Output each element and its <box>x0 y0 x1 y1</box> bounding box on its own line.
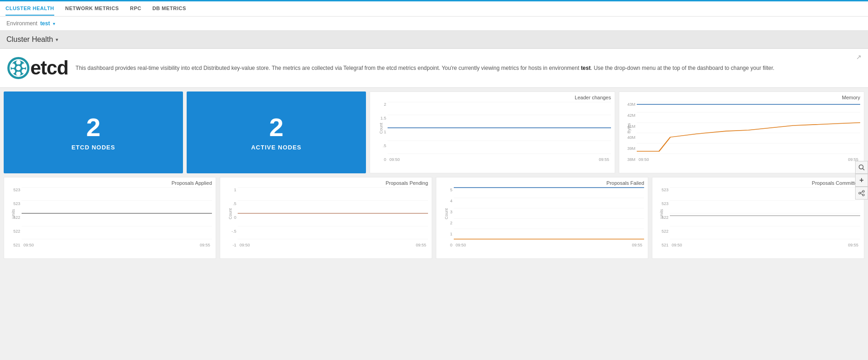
proposals-failed-svg-container <box>454 188 644 239</box>
etcd-nodes-number: 2 <box>86 114 100 140</box>
leader-changes-chart: 2 1.5 1 .5 0 Count <box>374 102 611 162</box>
active-nodes-number: 2 <box>269 114 283 140</box>
svg-line-47 <box>861 192 862 193</box>
svg-point-6 <box>11 69 15 74</box>
proposals-committed-chart: 523 523 522 522 521 Units <box>656 188 860 247</box>
share-button[interactable] <box>855 187 868 200</box>
etcd-logo-icon <box>6 56 30 80</box>
proposals-failed-y-unit: Count <box>444 208 449 219</box>
proposals-applied-chart: 523 523 522 522 521 Units <box>8 188 212 247</box>
nav-rpc[interactable]: RPC <box>130 2 142 16</box>
memory-x-axis: 09:50 09:55 <box>637 157 860 162</box>
svg-point-7 <box>11 63 15 68</box>
svg-point-42 <box>859 165 863 169</box>
memory-svg-container <box>637 102 860 154</box>
environment-label: Environment <box>6 20 37 27</box>
proposals-committed-svg <box>670 188 860 239</box>
leader-changes-svg <box>388 102 611 154</box>
etcd-nodes-label: ETCD NODES <box>71 144 115 151</box>
etcd-logo: etcd <box>6 56 68 80</box>
dashboard-grid: 2 ETCD NODES 2 ACTIVE NODES Leader chang… <box>0 88 868 266</box>
dashboard-row-1: 2 ETCD NODES 2 ACTIVE NODES Leader chang… <box>4 91 864 173</box>
section-caret-icon[interactable]: ▾ <box>56 37 58 43</box>
description-text: This dashboard provides real-time visibi… <box>75 64 862 72</box>
etcd-text: etcd <box>30 57 68 79</box>
search-icon <box>858 164 865 171</box>
section-header: Cluster Health ▾ <box>0 31 868 49</box>
memory-chart: 43M 42M 41M 40M 39M 38M Bytes <box>623 102 860 162</box>
add-button[interactable]: + <box>855 174 868 187</box>
svg-point-5 <box>16 71 21 76</box>
proposals-applied-panel: Proposals Applied 523 523 522 522 521 Un… <box>4 177 216 259</box>
search-button[interactable] <box>855 161 868 174</box>
proposals-failed-panel: Proposals Failed 5 4 3 2 1 0 Count <box>436 177 648 259</box>
proposals-failed-svg <box>454 188 644 239</box>
svg-point-2 <box>16 60 21 65</box>
environment-caret-icon[interactable]: ▾ <box>53 21 55 26</box>
leader-changes-svg-container <box>388 102 611 154</box>
memory-panel: Memory 43M 42M 41M 40M 39M 38M Bytes <box>619 91 864 173</box>
proposals-pending-title: Proposals Pending <box>224 180 428 186</box>
leader-changes-title: Leader changes <box>374 95 611 100</box>
proposals-committed-svg-container <box>670 188 860 239</box>
proposals-pending-y-unit: Count <box>228 208 233 219</box>
share-icon <box>858 190 865 196</box>
proposals-pending-chart: 1 .5 0 -.5 -1 Count <box>224 188 428 247</box>
leader-changes-y-unit: Count <box>379 123 383 134</box>
add-icon: + <box>859 176 863 184</box>
proposals-pending-panel: Proposals Pending 1 .5 0 -.5 -1 Count <box>220 177 432 259</box>
top-nav: CLUSTER HEALTH NETWORK METRICS RPC DB ME… <box>0 0 868 17</box>
proposals-failed-title: Proposals Failed <box>440 180 644 186</box>
svg-point-44 <box>862 190 864 192</box>
proposals-applied-title: Proposals Applied <box>8 180 212 186</box>
dashboard-row-2: Proposals Applied 523 523 522 522 521 Un… <box>4 177 864 259</box>
active-nodes-label: ACTIVE NODES <box>251 144 302 151</box>
svg-line-48 <box>861 194 862 194</box>
leader-changes-panel: Leader changes 2 1.5 1 .5 0 Count <box>370 91 615 173</box>
proposals-pending-x-axis: 09:50 09:55 <box>238 243 428 247</box>
active-nodes-card: 2 ACTIVE NODES <box>187 91 366 173</box>
description-panel: etcd This dashboard provides real-time v… <box>0 49 868 88</box>
svg-point-4 <box>22 69 26 74</box>
section-title: Cluster Health <box>6 35 53 44</box>
right-buttons-panel: + <box>855 161 868 200</box>
svg-point-9 <box>16 66 21 70</box>
proposals-failed-chart: 5 4 3 2 1 0 Count <box>440 188 644 247</box>
svg-line-43 <box>863 168 865 170</box>
nav-network-metrics[interactable]: NETWORK METRICS <box>65 2 119 16</box>
proposals-committed-panel: Proposals Committed 523 523 522 522 521 … <box>652 177 864 259</box>
proposals-committed-y-unit: Units <box>659 209 664 219</box>
svg-point-3 <box>22 63 26 68</box>
proposals-applied-svg <box>22 188 212 239</box>
memory-svg <box>637 102 860 154</box>
proposals-pending-svg-container <box>238 188 428 239</box>
proposals-applied-x-axis: 09:50 09:55 <box>22 243 212 247</box>
etcd-nodes-card: 2 ETCD NODES <box>4 91 183 173</box>
nav-cluster-health[interactable]: CLUSTER HEALTH <box>6 2 54 16</box>
svg-point-45 <box>859 192 861 194</box>
memory-y-unit: Bytes <box>627 123 631 134</box>
svg-point-46 <box>862 194 864 196</box>
proposals-pending-svg <box>238 188 428 239</box>
proposals-committed-x-axis: 09:50 09:55 <box>670 243 860 247</box>
environment-bar: Environment test ▾ <box>0 17 868 31</box>
proposals-applied-y-unit: Units <box>11 209 16 219</box>
proposals-failed-x-axis: 09:50 09:55 <box>454 243 644 247</box>
proposals-committed-title: Proposals Committed <box>656 180 860 186</box>
proposals-applied-svg-container <box>22 188 212 239</box>
leader-changes-x-axis: 09:50 09:55 <box>388 157 611 162</box>
memory-title: Memory <box>623 95 860 100</box>
environment-value[interactable]: test <box>40 20 50 27</box>
nav-db-metrics[interactable]: DB METRICS <box>152 2 186 16</box>
external-link-icon[interactable]: ↗ <box>856 53 862 61</box>
